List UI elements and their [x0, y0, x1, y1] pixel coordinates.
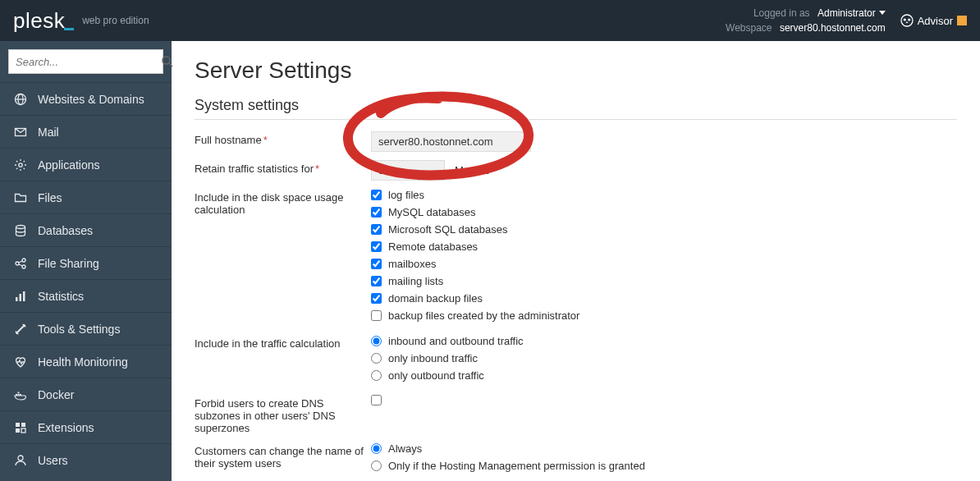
- forbid-dns-checkbox[interactable]: [371, 395, 382, 405]
- owl-icon: [900, 14, 914, 27]
- svg-point-11: [16, 262, 19, 265]
- stats-icon: [11, 290, 30, 303]
- svg-rect-22: [18, 392, 20, 393]
- section-heading: System settings: [195, 97, 957, 120]
- sidebar-item-label: Extensions: [38, 421, 94, 434]
- disk-opt-checkbox[interactable]: [371, 224, 382, 235]
- disk-opt-label: mailboxes: [388, 258, 437, 270]
- svg-point-13: [22, 265, 25, 268]
- sidebar-item-label: File Sharing: [38, 257, 99, 270]
- disk-opt-checkbox[interactable]: [371, 276, 382, 286]
- disk-opt-label: MySQL databases: [388, 206, 475, 218]
- disk-opt-label: domain backup files: [388, 292, 483, 305]
- rename-opt-label: Always: [388, 442, 422, 455]
- warning-badge: [957, 16, 967, 25]
- disk-opt-checkbox[interactable]: [371, 207, 382, 218]
- webspace-value[interactable]: server80.hostonnet.com: [780, 22, 886, 34]
- disk-opt-label: Remote databases: [388, 240, 478, 253]
- sidebar-item-label: Websites & Domains: [38, 93, 144, 106]
- database-icon: [11, 224, 30, 237]
- disk-opt-checkbox[interactable]: [371, 259, 382, 269]
- disk-opt-checkbox[interactable]: [371, 190, 382, 200]
- docker-icon: [11, 388, 30, 401]
- sidebar-item-extensions[interactable]: Extensions: [0, 410, 172, 443]
- sidebar-item-label: Users: [38, 454, 68, 467]
- gear-icon: [11, 158, 30, 172]
- sidebar-item-files[interactable]: Files: [0, 181, 172, 213]
- hostname-label: Full hostname*: [195, 131, 371, 146]
- traffic-opt-radio[interactable]: [371, 353, 382, 364]
- tools-icon: [11, 323, 30, 336]
- rename-users-label: Customers can change the name of their s…: [195, 442, 371, 470]
- svg-rect-24: [21, 423, 25, 427]
- svg-point-3: [163, 57, 170, 64]
- sidebar-item-docker[interactable]: Docker: [0, 378, 172, 410]
- page-title: Server Settings: [195, 57, 957, 84]
- disk-opt-label: log files: [388, 189, 424, 201]
- svg-point-1: [903, 18, 905, 21]
- svg-rect-18: [23, 291, 25, 301]
- traffic-opt-radio[interactable]: [371, 336, 382, 346]
- sidebar-item-mail[interactable]: Mail: [0, 115, 172, 148]
- sidebar-item-label: Statistics: [38, 290, 84, 303]
- svg-point-9: [19, 163, 22, 166]
- sidebar-item-file-sharing[interactable]: File Sharing: [0, 246, 172, 279]
- disk-usage-label: Include in the disk space usage calculat…: [195, 189, 371, 216]
- advisor-button[interactable]: Advisor: [900, 14, 967, 27]
- disk-opt-checkbox[interactable]: [371, 310, 382, 321]
- sidebar-item-websites-domains[interactable]: Websites & Domains: [0, 82, 172, 115]
- svg-rect-23: [16, 423, 20, 427]
- globe-icon: [11, 93, 30, 106]
- sidebar-item-applications[interactable]: Applications: [0, 148, 172, 181]
- disk-opt-label: backup files created by the administrato…: [388, 309, 579, 322]
- edition-label: web pro edition: [82, 15, 149, 26]
- search-input[interactable]: [9, 56, 161, 68]
- user-menu[interactable]: Administrator: [817, 7, 886, 19]
- rename-opt-label: Only if the Hosting Management permissio…: [388, 460, 645, 472]
- retain-input[interactable]: [371, 160, 445, 181]
- traffic-opt-label: only outbound traffic: [388, 369, 484, 382]
- sidebar-item-label: Databases: [38, 224, 93, 237]
- sidebar-item-databases[interactable]: Databases: [0, 213, 172, 246]
- sidebar-item-label: Applications: [38, 158, 100, 172]
- health-icon: [11, 355, 30, 369]
- webspace-label: Webspace: [726, 22, 772, 34]
- rename-opt-radio[interactable]: [371, 443, 382, 454]
- share-icon: [11, 257, 30, 270]
- plesk-logo: plesk: [13, 8, 74, 34]
- svg-line-15: [19, 264, 23, 266]
- sidebar-item-users[interactable]: Users: [0, 443, 172, 476]
- sidebar-item-statistics[interactable]: Statistics: [0, 279, 172, 312]
- svg-rect-17: [20, 294, 22, 301]
- hostname-input[interactable]: [371, 131, 531, 152]
- sidebar-item-label: Files: [38, 191, 62, 204]
- disk-opt-checkbox[interactable]: [371, 293, 382, 304]
- disk-opt-label: mailing lists: [388, 275, 443, 287]
- users-icon: [11, 454, 30, 467]
- traffic-opt-label: inbound and outbound traffic: [388, 335, 524, 347]
- traffic-calc-label: Include in the traffic calculation: [195, 335, 371, 350]
- svg-line-14: [19, 261, 23, 263]
- sidebar: Websites & DomainsMailApplicationsFilesD…: [0, 41, 172, 481]
- extensions-icon: [11, 421, 30, 434]
- rename-opt-radio[interactable]: [371, 460, 382, 471]
- sidebar-item-health-monitoring[interactable]: Health Monitoring: [0, 345, 172, 378]
- svg-rect-16: [16, 297, 18, 301]
- retain-unit: Months: [455, 164, 490, 176]
- traffic-opt-label: only inbound traffic: [388, 352, 478, 364]
- forbid-dns-label: Forbid users to create DNS subzones in o…: [195, 395, 371, 434]
- top-header: plesk web pro edition Logged in as Admin…: [0, 0, 980, 41]
- login-info: Logged in as Administrator Webspace serv…: [726, 6, 886, 35]
- traffic-opt-radio[interactable]: [371, 370, 382, 381]
- sidebar-item-tools-settings[interactable]: Tools & Settings: [0, 312, 172, 345]
- folder-icon: [11, 191, 30, 204]
- search-box[interactable]: [8, 49, 163, 74]
- chevron-down-icon: [879, 11, 886, 15]
- content-area: Server Settings System settings Full hos…: [172, 41, 980, 481]
- svg-point-0: [901, 15, 913, 26]
- disk-opt-checkbox[interactable]: [371, 241, 382, 252]
- retain-label: Retain traffic statistics for*: [195, 160, 371, 175]
- sidebar-item-label: Mail: [38, 126, 59, 139]
- svg-rect-25: [16, 428, 20, 433]
- mail-icon: [11, 126, 30, 139]
